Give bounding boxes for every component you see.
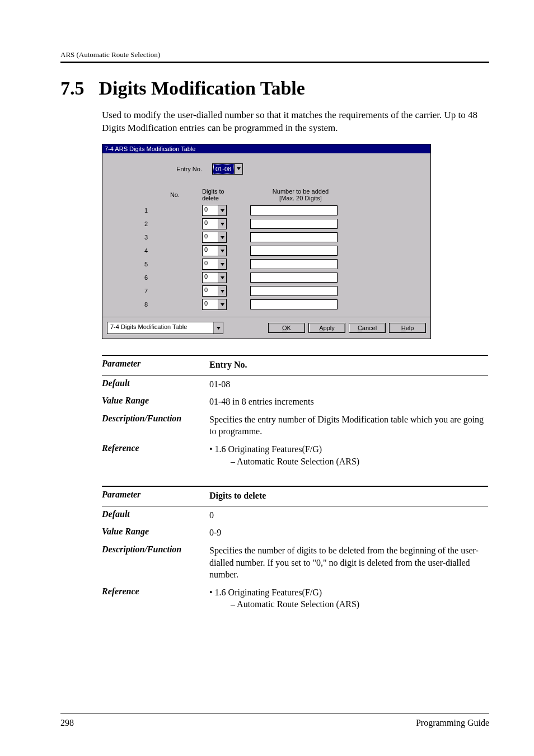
- reference-label: Reference: [102, 586, 209, 597]
- digits-select[interactable]: 0: [202, 299, 227, 310]
- digits-value: 0: [203, 246, 218, 256]
- dialog-window: 7-4 ARS Digits Modification Table Entry …: [102, 144, 431, 339]
- col-header-digits: Digits to delete: [202, 188, 250, 201]
- svg-marker-7: [221, 290, 224, 293]
- chapter-number: 7.5: [60, 78, 94, 99]
- param-header-value: Digits to delete: [209, 490, 488, 502]
- value-range-value: 0-9: [209, 527, 488, 539]
- table-row: 30: [102, 231, 430, 244]
- entry-no-select[interactable]: 01-08: [212, 163, 243, 175]
- chapter-heading: 7.5 Digits Modification Table: [60, 78, 489, 99]
- table-row: 80: [102, 298, 430, 311]
- reference-value: • 1.6 Originating Features(F/G) – Automa…: [209, 443, 488, 467]
- page-number: 298: [60, 718, 74, 728]
- digits-select[interactable]: 0: [202, 205, 227, 216]
- number-input[interactable]: [250, 232, 338, 242]
- chevron-down-icon[interactable]: [218, 273, 226, 283]
- default-value: 0: [209, 509, 488, 522]
- chevron-down-icon[interactable]: [218, 259, 226, 269]
- apply-button[interactable]: Apply: [308, 323, 345, 333]
- svg-marker-4: [221, 250, 224, 252]
- help-button[interactable]: Help: [389, 323, 426, 333]
- digits-select[interactable]: 0: [202, 272, 227, 283]
- description-value: Specifies the number of digits to be del…: [209, 544, 488, 581]
- chevron-down-icon[interactable]: [218, 286, 226, 296]
- svg-marker-3: [221, 236, 224, 239]
- digits-value: 0: [203, 205, 218, 215]
- chevron-down-icon[interactable]: [218, 219, 226, 229]
- running-header: ARS (Automatic Route Selection): [60, 50, 489, 59]
- default-value: 01-08: [209, 378, 488, 391]
- table-row: 20: [102, 217, 430, 231]
- description-label: Description/Function: [102, 414, 209, 424]
- table-row: 40: [102, 244, 430, 257]
- page-footer: 298 Programming Guide: [60, 713, 489, 728]
- number-input[interactable]: [250, 299, 338, 309]
- ok-button[interactable]: OK: [268, 323, 305, 333]
- row-no: 4: [102, 247, 202, 254]
- intro-paragraph: Used to modify the user-dialled number s…: [102, 109, 489, 135]
- svg-marker-2: [221, 223, 224, 226]
- value-range-label: Value Range: [102, 527, 209, 537]
- dialog-titlebar: 7-4 ARS Digits Modification Table: [102, 144, 430, 153]
- entry-no-label: Entry No.: [102, 166, 212, 172]
- digits-value: 0: [203, 219, 218, 229]
- digits-value: 0: [203, 286, 218, 296]
- number-input[interactable]: [250, 205, 338, 215]
- col-header-number: Number to be added [Max. 20 Digits]: [250, 188, 351, 201]
- value-range-value: 01-48 in 8 entries increments: [209, 396, 488, 408]
- digits-value: 0: [203, 273, 218, 283]
- entry-no-value: 01-08: [213, 165, 233, 173]
- digits-select[interactable]: 0: [202, 232, 227, 243]
- chevron-down-icon[interactable]: [218, 246, 226, 256]
- default-label: Default: [102, 509, 209, 519]
- row-no: 1: [102, 207, 202, 214]
- digits-select[interactable]: 0: [202, 285, 227, 297]
- cancel-button[interactable]: Cancel: [349, 323, 386, 333]
- description-value: Specifies the entry number of Digits Mod…: [209, 414, 488, 438]
- row-no: 5: [102, 261, 202, 267]
- digits-value: 0: [203, 232, 218, 242]
- row-no: 7: [102, 288, 202, 294]
- chapter-title-text: Digits Modification Table: [99, 78, 305, 98]
- param-table-1: Parameter Entry No. Default 01-08 Value …: [102, 355, 488, 470]
- chevron-down-icon[interactable]: [218, 299, 226, 309]
- table-row: 70: [102, 284, 430, 298]
- svg-marker-8: [221, 303, 224, 306]
- chevron-down-icon[interactable]: [218, 232, 226, 242]
- digits-select[interactable]: 0: [202, 218, 227, 229]
- number-input[interactable]: [250, 286, 338, 296]
- svg-marker-5: [221, 263, 224, 266]
- table-row: 10: [102, 204, 430, 217]
- svg-marker-6: [221, 276, 224, 279]
- table-row: 60: [102, 271, 430, 284]
- digits-value: 0: [203, 259, 218, 269]
- table-row: 50: [102, 257, 430, 271]
- row-no: 8: [102, 301, 202, 308]
- header-rule: [60, 62, 489, 63]
- svg-marker-9: [217, 327, 221, 330]
- number-input[interactable]: [250, 246, 338, 256]
- param-label: Parameter: [102, 359, 209, 369]
- param-header-value: Entry No.: [209, 359, 488, 371]
- svg-marker-1: [221, 209, 224, 212]
- chevron-down-icon[interactable]: [234, 164, 242, 174]
- number-input[interactable]: [250, 219, 338, 229]
- row-no: 6: [102, 274, 202, 281]
- reference-value: • 1.6 Originating Features(F/G) – Automa…: [209, 586, 488, 611]
- reference-label: Reference: [102, 443, 209, 453]
- digits-select[interactable]: 0: [202, 245, 227, 256]
- row-no: 2: [102, 220, 202, 227]
- chevron-down-icon[interactable]: [218, 205, 226, 215]
- footer-select-value: 7-4 Digits Modification Table: [107, 322, 213, 334]
- number-input[interactable]: [250, 259, 338, 269]
- digits-select[interactable]: 0: [202, 259, 227, 270]
- chevron-down-icon[interactable]: [213, 322, 223, 334]
- col-header-no: No.: [102, 191, 202, 198]
- param-table-2: Parameter Digits to delete Default 0 Val…: [102, 486, 488, 613]
- digits-value: 0: [203, 299, 218, 309]
- description-label: Description/Function: [102, 544, 209, 555]
- row-no: 3: [102, 234, 202, 241]
- number-input[interactable]: [250, 273, 338, 283]
- footer-page-select[interactable]: 7-4 Digits Modification Table: [107, 322, 223, 334]
